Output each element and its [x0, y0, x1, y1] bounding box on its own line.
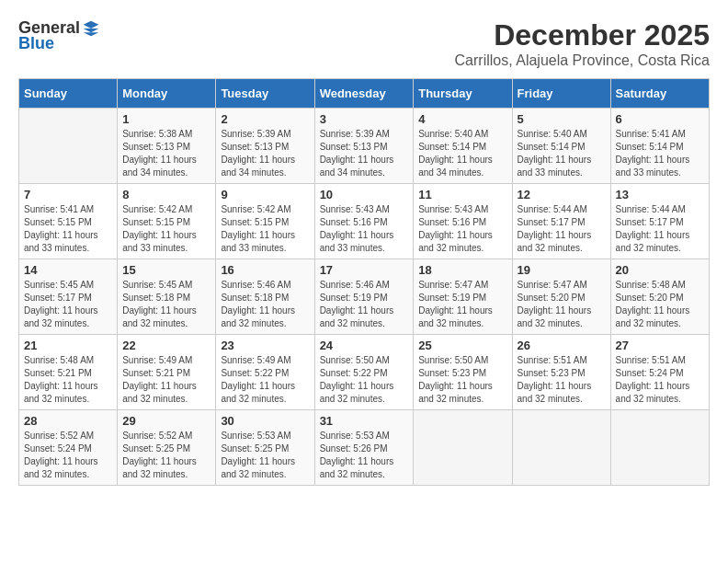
- calendar-cell: 6Sunrise: 5:41 AM Sunset: 5:14 PM Daylig…: [610, 109, 709, 184]
- calendar-week-row: 14Sunrise: 5:45 AM Sunset: 5:17 PM Dayli…: [19, 259, 710, 335]
- day-number: 11: [418, 188, 506, 201]
- day-number: 20: [616, 263, 704, 277]
- calendar-cell: 20Sunrise: 5:48 AM Sunset: 5:20 PM Dayli…: [610, 259, 709, 335]
- day-info: Sunrise: 5:53 AM Sunset: 5:25 PM Dayligh…: [221, 430, 309, 481]
- calendar-header-monday: Monday: [118, 79, 216, 109]
- day-number: 29: [122, 414, 210, 428]
- day-info: Sunrise: 5:46 AM Sunset: 5:19 PM Dayligh…: [320, 279, 409, 330]
- calendar-week-row: 7Sunrise: 5:41 AM Sunset: 5:15 PM Daylig…: [19, 184, 710, 259]
- calendar-week-row: 1Sunrise: 5:38 AM Sunset: 5:13 PM Daylig…: [19, 109, 710, 184]
- logo: General Blue: [18, 18, 100, 53]
- day-info: Sunrise: 5:52 AM Sunset: 5:24 PM Dayligh…: [24, 430, 112, 481]
- month-year-title: December 2025: [455, 18, 710, 52]
- calendar-cell: 23Sunrise: 5:49 AM Sunset: 5:22 PM Dayli…: [216, 335, 314, 410]
- day-number: 4: [418, 112, 506, 126]
- day-info: Sunrise: 5:45 AM Sunset: 5:17 PM Dayligh…: [24, 279, 112, 330]
- calendar-cell: 15Sunrise: 5:45 AM Sunset: 5:18 PM Dayli…: [118, 259, 216, 335]
- day-number: 19: [518, 263, 606, 277]
- calendar-cell: 22Sunrise: 5:49 AM Sunset: 5:21 PM Dayli…: [118, 335, 216, 410]
- day-info: Sunrise: 5:49 AM Sunset: 5:22 PM Dayligh…: [221, 354, 309, 406]
- day-info: Sunrise: 5:43 AM Sunset: 5:16 PM Dayligh…: [418, 203, 506, 255]
- day-info: Sunrise: 5:43 AM Sunset: 5:16 PM Dayligh…: [320, 203, 409, 255]
- day-info: Sunrise: 5:47 AM Sunset: 5:19 PM Dayligh…: [418, 279, 506, 330]
- logo-blue-text: Blue: [18, 34, 54, 53]
- day-info: Sunrise: 5:39 AM Sunset: 5:13 PM Dayligh…: [221, 128, 309, 179]
- day-info: Sunrise: 5:40 AM Sunset: 5:14 PM Dayligh…: [518, 128, 606, 179]
- calendar-table: SundayMondayTuesdayWednesdayThursdayFrid…: [18, 78, 710, 486]
- day-info: Sunrise: 5:44 AM Sunset: 5:17 PM Dayligh…: [616, 203, 704, 255]
- calendar-cell: 27Sunrise: 5:51 AM Sunset: 5:24 PM Dayli…: [610, 335, 709, 410]
- day-number: 22: [122, 339, 210, 352]
- day-number: 3: [320, 112, 409, 126]
- day-number: 13: [616, 188, 704, 201]
- calendar-header-thursday: Thursday: [414, 79, 512, 109]
- calendar-cell: 11Sunrise: 5:43 AM Sunset: 5:16 PM Dayli…: [414, 184, 512, 259]
- day-number: 16: [221, 263, 309, 277]
- day-info: Sunrise: 5:40 AM Sunset: 5:14 PM Dayligh…: [418, 128, 506, 179]
- calendar-header-tuesday: Tuesday: [216, 79, 314, 109]
- calendar-week-row: 28Sunrise: 5:52 AM Sunset: 5:24 PM Dayli…: [19, 410, 710, 486]
- calendar-cell: [610, 410, 709, 486]
- day-number: 6: [616, 112, 704, 126]
- page-header: General Blue December 2025 Carrillos, Al…: [18, 18, 710, 69]
- calendar-cell: 30Sunrise: 5:53 AM Sunset: 5:25 PM Dayli…: [216, 410, 314, 486]
- day-number: 8: [122, 188, 210, 201]
- day-info: Sunrise: 5:48 AM Sunset: 5:21 PM Dayligh…: [24, 354, 112, 406]
- calendar-header-sunday: Sunday: [19, 79, 118, 109]
- calendar-cell: 26Sunrise: 5:51 AM Sunset: 5:23 PM Dayli…: [512, 335, 610, 410]
- calendar-cell: 8Sunrise: 5:42 AM Sunset: 5:15 PM Daylig…: [118, 184, 216, 259]
- day-number: 23: [221, 339, 309, 352]
- day-number: 1: [122, 112, 210, 126]
- calendar-cell: 25Sunrise: 5:50 AM Sunset: 5:23 PM Dayli…: [414, 335, 512, 410]
- day-number: 28: [24, 414, 112, 428]
- day-info: Sunrise: 5:39 AM Sunset: 5:13 PM Dayligh…: [320, 128, 409, 179]
- day-info: Sunrise: 5:38 AM Sunset: 5:13 PM Dayligh…: [122, 128, 210, 179]
- day-info: Sunrise: 5:50 AM Sunset: 5:22 PM Dayligh…: [320, 354, 409, 406]
- day-info: Sunrise: 5:51 AM Sunset: 5:23 PM Dayligh…: [518, 354, 606, 406]
- location-subtitle: Carrillos, Alajuela Province, Costa Rica: [455, 52, 710, 69]
- day-info: Sunrise: 5:45 AM Sunset: 5:18 PM Dayligh…: [122, 279, 210, 330]
- day-info: Sunrise: 5:53 AM Sunset: 5:26 PM Dayligh…: [320, 430, 409, 481]
- day-info: Sunrise: 5:51 AM Sunset: 5:24 PM Dayligh…: [616, 354, 704, 406]
- day-number: 9: [221, 188, 309, 201]
- calendar-cell: 16Sunrise: 5:46 AM Sunset: 5:18 PM Dayli…: [216, 259, 314, 335]
- logo-icon: [82, 19, 100, 38]
- day-info: Sunrise: 5:49 AM Sunset: 5:21 PM Dayligh…: [122, 354, 210, 406]
- calendar-cell: 1Sunrise: 5:38 AM Sunset: 5:13 PM Daylig…: [118, 109, 216, 184]
- calendar-cell: 4Sunrise: 5:40 AM Sunset: 5:14 PM Daylig…: [414, 109, 512, 184]
- calendar-cell: 7Sunrise: 5:41 AM Sunset: 5:15 PM Daylig…: [19, 184, 118, 259]
- day-info: Sunrise: 5:44 AM Sunset: 5:17 PM Dayligh…: [518, 203, 606, 255]
- day-info: Sunrise: 5:41 AM Sunset: 5:14 PM Dayligh…: [616, 128, 704, 179]
- calendar-header-friday: Friday: [512, 79, 610, 109]
- calendar-cell: 31Sunrise: 5:53 AM Sunset: 5:26 PM Dayli…: [314, 410, 414, 486]
- calendar-cell: 24Sunrise: 5:50 AM Sunset: 5:22 PM Dayli…: [314, 335, 414, 410]
- day-number: 30: [221, 414, 309, 428]
- calendar-header-saturday: Saturday: [610, 79, 709, 109]
- day-info: Sunrise: 5:47 AM Sunset: 5:20 PM Dayligh…: [518, 279, 606, 330]
- day-number: 17: [320, 263, 409, 277]
- day-number: 25: [418, 339, 506, 352]
- calendar-cell: 9Sunrise: 5:42 AM Sunset: 5:15 PM Daylig…: [216, 184, 314, 259]
- calendar-cell: 21Sunrise: 5:48 AM Sunset: 5:21 PM Dayli…: [19, 335, 118, 410]
- calendar-cell: 12Sunrise: 5:44 AM Sunset: 5:17 PM Dayli…: [512, 184, 610, 259]
- calendar-cell: [414, 410, 512, 486]
- calendar-week-row: 21Sunrise: 5:48 AM Sunset: 5:21 PM Dayli…: [19, 335, 710, 410]
- day-number: 14: [24, 263, 112, 277]
- calendar-cell: 5Sunrise: 5:40 AM Sunset: 5:14 PM Daylig…: [512, 109, 610, 184]
- day-number: 7: [24, 188, 112, 201]
- day-number: 27: [616, 339, 704, 352]
- day-number: 26: [518, 339, 606, 352]
- calendar-cell: 18Sunrise: 5:47 AM Sunset: 5:19 PM Dayli…: [414, 259, 512, 335]
- day-number: 12: [518, 188, 606, 201]
- day-number: 5: [518, 112, 606, 126]
- day-info: Sunrise: 5:52 AM Sunset: 5:25 PM Dayligh…: [122, 430, 210, 481]
- calendar-cell: 3Sunrise: 5:39 AM Sunset: 5:13 PM Daylig…: [314, 109, 414, 184]
- day-info: Sunrise: 5:50 AM Sunset: 5:23 PM Dayligh…: [418, 354, 506, 406]
- calendar-cell: 17Sunrise: 5:46 AM Sunset: 5:19 PM Dayli…: [314, 259, 414, 335]
- day-info: Sunrise: 5:42 AM Sunset: 5:15 PM Dayligh…: [221, 203, 309, 255]
- calendar-cell: 2Sunrise: 5:39 AM Sunset: 5:13 PM Daylig…: [216, 109, 314, 184]
- day-number: 24: [320, 339, 409, 352]
- day-info: Sunrise: 5:42 AM Sunset: 5:15 PM Dayligh…: [122, 203, 210, 255]
- calendar-header-row: SundayMondayTuesdayWednesdayThursdayFrid…: [19, 79, 710, 109]
- calendar-cell: 13Sunrise: 5:44 AM Sunset: 5:17 PM Dayli…: [610, 184, 709, 259]
